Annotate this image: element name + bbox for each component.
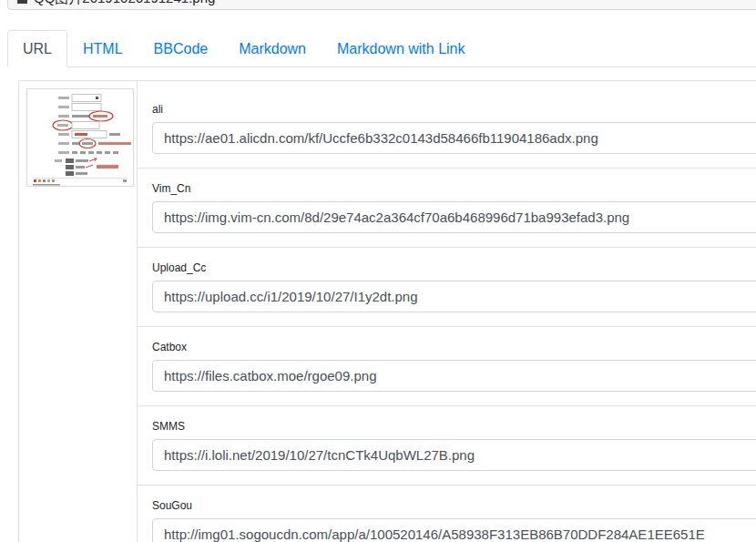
tab-markdown-with-link[interactable]: Markdown with Link <box>322 30 481 66</box>
url-input-smms[interactable] <box>152 439 756 471</box>
field-group-vim-cn: Vim_Cn <box>138 169 756 248</box>
url-input-catbox[interactable] <box>152 360 756 392</box>
file-title-bar: QQ图片20191026191241.png <box>7 0 756 10</box>
tab-markdown[interactable]: Markdown <box>223 30 322 66</box>
url-input-vim-cn[interactable] <box>152 201 756 233</box>
field-group-sougou: SouGou <box>138 486 756 542</box>
image-thumbnail[interactable] <box>26 88 134 187</box>
field-group-catbox: Catbox <box>138 327 756 406</box>
image-file-icon <box>17 0 27 4</box>
field-label-sougou: SouGou <box>152 499 756 512</box>
field-group-smms: SMMS <box>138 406 756 486</box>
field-group-upload-cc: Upload_Cc <box>138 248 756 327</box>
url-tab-panel: ali Vim_Cn Upload_Cc Catbox SMMS SouGou <box>18 80 756 542</box>
format-tabbar: URL HTML BBCode Markdown Markdown with L… <box>7 30 756 67</box>
field-label-catbox: Catbox <box>152 341 756 353</box>
url-input-upload-cc[interactable] <box>152 281 756 312</box>
field-label-upload-cc: Upload_Cc <box>152 261 756 274</box>
field-group-ali: ali <box>138 89 756 169</box>
thumbnail-screenshot <box>27 89 133 186</box>
tab-html[interactable]: HTML <box>67 30 138 66</box>
tab-bbcode[interactable]: BBCode <box>138 30 224 66</box>
field-label-vim-cn: Vim_Cn <box>152 182 756 195</box>
field-label-smms: SMMS <box>152 420 756 433</box>
tab-url[interactable]: URL <box>7 30 67 67</box>
url-field-list: ali Vim_Cn Upload_Cc Catbox SMMS SouGou <box>138 81 756 542</box>
url-input-sougou[interactable] <box>152 518 756 542</box>
file-title: QQ图片20191026191241.png <box>34 0 215 5</box>
field-label-ali: ali <box>152 103 756 116</box>
url-input-ali[interactable] <box>152 122 756 154</box>
